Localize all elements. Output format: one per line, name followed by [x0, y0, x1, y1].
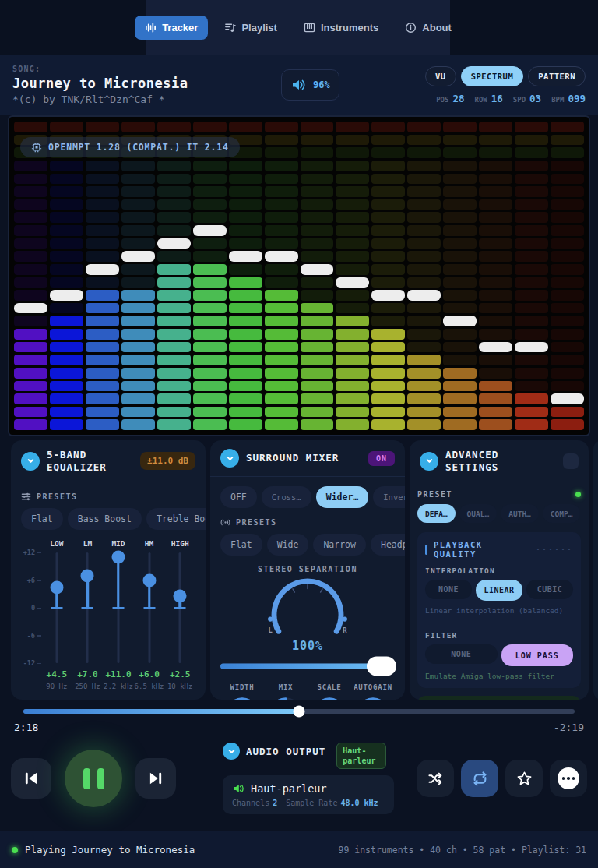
- spectrum-cell: [50, 251, 83, 262]
- surround-mode-chip-cross[interactable]: Cross…: [262, 486, 311, 508]
- surround-mixer-card: SURROUND MIXER ON OFFCross…Wider…Inver… …: [210, 440, 405, 700]
- spectrum-cell: [551, 161, 584, 171]
- surround-mode-chip-wider[interactable]: Wider…: [316, 486, 369, 508]
- eq-band-slider[interactable]: [142, 552, 157, 663]
- view-toggle: VUSPECTRUMPATTERN: [425, 66, 586, 86]
- nav-tab-playlist[interactable]: Playlist: [214, 16, 287, 40]
- separation-slider[interactable]: [220, 656, 395, 676]
- separation-thumb[interactable]: [367, 656, 396, 676]
- spectrum-cell: [301, 355, 334, 365]
- nav-tab-instruments[interactable]: Instruments: [294, 16, 389, 40]
- spectrum-cell: [157, 368, 191, 379]
- shuffle-button[interactable]: [417, 760, 454, 797]
- panel-checkbox[interactable]: [563, 453, 579, 469]
- spectrum-cell: [301, 277, 334, 288]
- nav-tab-about[interactable]: About: [395, 16, 462, 40]
- collapse-audio-output-button[interactable]: [223, 743, 240, 760]
- eq-slider-knob[interactable]: [50, 580, 63, 594]
- spectrum-cell: [479, 238, 512, 249]
- eq-band-slider[interactable]: [80, 552, 94, 663]
- nav-tab-label: About: [422, 22, 452, 34]
- advanced-preset-chip-comp[interactable]: COMP…: [543, 504, 581, 523]
- eq-preset-chip-flat[interactable]: Flat: [21, 508, 63, 530]
- eq-range-badge: ±11.0 dB: [140, 452, 195, 470]
- view-button-vu[interactable]: VU: [425, 66, 456, 86]
- stat-value: 03: [529, 93, 541, 104]
- eq-preset-chip-treble-boost[interactable]: Treble Boost: [146, 508, 206, 530]
- eq-slider-knob[interactable]: [174, 590, 187, 603]
- spectrum-cell: [336, 264, 369, 275]
- spectrum-cell: [443, 147, 477, 158]
- seek-bar[interactable]: [23, 709, 575, 714]
- eq-band-slider[interactable]: [173, 552, 187, 663]
- nav-tab-tracker[interactable]: Tracker: [135, 16, 208, 40]
- spectrum-cell: [265, 212, 298, 223]
- repeat-button[interactable]: [461, 760, 498, 797]
- spectrum-cell: [86, 122, 119, 132]
- filter-option-low-pass[interactable]: LOW PASS: [501, 644, 574, 666]
- drag-handle-icon[interactable]: ······: [536, 545, 573, 554]
- filter-option-none[interactable]: NONE: [425, 644, 498, 664]
- surround-preset-chip-wide[interactable]: Wide: [267, 534, 309, 556]
- view-button-spectrum[interactable]: SPECTRUM: [461, 66, 524, 86]
- collapse-equalizer-button[interactable]: [21, 452, 40, 471]
- header-right: VUSPECTRUMPATTERN POS28ROW16SPD03BPM099: [425, 66, 586, 104]
- eq-slider-knob[interactable]: [81, 569, 94, 582]
- collapse-advanced-button[interactable]: [420, 452, 438, 471]
- spectrum-cell: [479, 290, 512, 301]
- spectrum-cell: [301, 342, 334, 353]
- eq-slider-knob[interactable]: [111, 551, 125, 564]
- surround-mode-chip-off[interactable]: OFF: [220, 486, 257, 508]
- spectrum-cell: [14, 161, 47, 171]
- view-button-pattern[interactable]: PATTERN: [528, 66, 586, 86]
- next-button[interactable]: [135, 758, 176, 799]
- nav-tab-label: Playlist: [241, 22, 277, 34]
- surround-mode-chip-inver[interactable]: Inver…: [373, 486, 405, 508]
- advanced-preset-chip-auth[interactable]: AUTH…: [501, 504, 539, 523]
- advanced-preset-chip-defa[interactable]: DEFA…: [417, 504, 456, 523]
- eq-band-slider[interactable]: [111, 552, 125, 663]
- surround-preset-chip-headphone[interactable]: Headphone: [371, 534, 405, 556]
- interpolation-option-linear[interactable]: LINEAR: [476, 580, 522, 601]
- eq-band-value: +11.0: [105, 669, 131, 679]
- spectrum-cell: [407, 264, 441, 275]
- knob-mix: MIX: [264, 683, 308, 700]
- advanced-preset-chip-qual[interactable]: QUAL…: [459, 504, 498, 523]
- eq-band-slider[interactable]: [50, 552, 64, 663]
- interpolation-option-cubic[interactable]: CUBIC: [526, 580, 573, 599]
- spectrum-cell: [193, 251, 227, 262]
- spectrum-cell: [479, 212, 512, 223]
- spectrum-cell: [443, 161, 477, 171]
- spectrum-cell: [229, 303, 262, 314]
- more-options-button[interactable]: [550, 760, 587, 797]
- spectrum-cell: [407, 329, 441, 340]
- spectrum-cell: [371, 199, 405, 210]
- audio-device-card[interactable]: Haut-parleur Channels 2 Sample Rate 48.0…: [223, 775, 394, 814]
- spectrum-cell: [371, 135, 405, 146]
- spectrum-cell: [50, 238, 83, 249]
- collapse-surround-button[interactable]: [220, 449, 239, 468]
- volume-button[interactable]: 96%: [281, 69, 339, 101]
- previous-button[interactable]: [11, 758, 51, 799]
- spectrum-cell: [121, 122, 155, 132]
- interpolation-option-none[interactable]: NONE: [425, 580, 472, 599]
- equalizer-card: 5-BAND EQUALIZER ±11.0 dB PRESETS FlatBa…: [11, 440, 206, 700]
- favorite-button[interactable]: [505, 760, 543, 797]
- eq-preset-chip-bass-boost[interactable]: Bass Boost: [68, 508, 142, 530]
- surround-preset-chip-narrow[interactable]: Narrow: [313, 534, 366, 556]
- eq-slider-knob[interactable]: [142, 573, 156, 587]
- eq-band-mid: MID+11.02.2 kHz: [103, 539, 134, 691]
- spectrum-cell: [86, 329, 119, 340]
- sample-rate-value: 48.0 kHz: [340, 799, 378, 807]
- seek-thumb[interactable]: [294, 706, 305, 718]
- spectrum-cell: [479, 174, 512, 185]
- spectrum-cell: [515, 147, 548, 158]
- surround-preset-chip-flat[interactable]: Flat: [220, 534, 262, 556]
- spectrum-cell: [515, 277, 548, 288]
- spectrum-cell: [407, 135, 441, 146]
- spectrum-cell: [336, 238, 369, 249]
- pause-button[interactable]: [65, 750, 122, 807]
- knob-label: AUTOGAIN: [354, 683, 392, 691]
- spectrum-cell: [86, 355, 119, 365]
- spectrum-cell: [443, 368, 477, 379]
